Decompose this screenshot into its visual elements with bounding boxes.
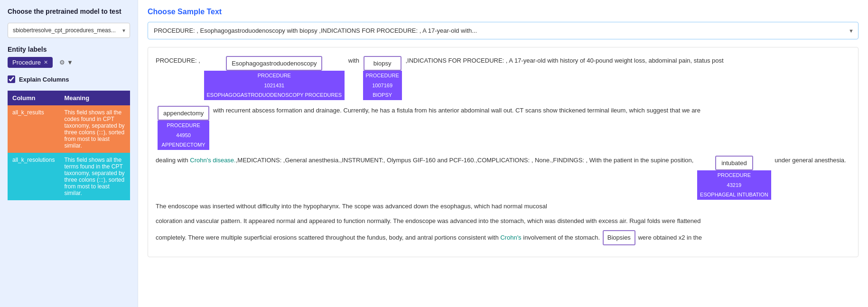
- entity-biopsy-type: PROCEDURE: [363, 71, 402, 81]
- row2-column: all_k_resolutions: [8, 153, 59, 200]
- explain-columns-checkbox[interactable]: [8, 75, 15, 83]
- left-panel: Choose the pretrained model to test sbio…: [0, 0, 138, 307]
- gear-icon: ⚙: [59, 59, 65, 66]
- text-line5-suffix: were obtained x2 in the: [638, 234, 701, 241]
- entity-intubated-text: intubated: [715, 156, 753, 170]
- ner-line-5: completely. There were multiple superfic…: [156, 230, 850, 245]
- entity-labels-title: Entity labels: [8, 46, 130, 53]
- entity-esophago-code: 1021431: [204, 81, 345, 91]
- text-suffix1: ,INDICATIONS FOR PROCEDURE: , A 17-year-…: [405, 57, 723, 64]
- entity-appendectomy-type: PROCEDURE: [158, 121, 209, 130]
- entity-esophago-text: Esophagogastroduodenoscopy: [226, 56, 322, 71]
- table-row: all_k_resolutions This field shows all t…: [8, 153, 130, 200]
- ner-line-3: dealing with Crohn's disease.,MEDICATION…: [156, 155, 850, 212]
- text-line5-prefix: completely. There were multiple superfic…: [156, 234, 602, 241]
- explain-columns-section: Explain Columns: [8, 75, 130, 83]
- entity-appendectomy-text: appendectomy: [158, 106, 209, 121]
- entity-esophago: Esophagogastroduodenoscopy PROCEDURE 102…: [204, 56, 345, 100]
- entity-esophago-resolution: ESOPHAGOGASTRODUODENOSCOPY PROCEDURES: [204, 90, 345, 100]
- entity-appendectomy-resolution: APPENDECTOMY: [158, 140, 209, 150]
- entity-tag-label: Procedure: [12, 59, 41, 66]
- text-suffix2: with recurrent abscess formation and dra…: [213, 107, 700, 114]
- entity-intubated-resolution: ESOPHAGEAL INTUBATION: [697, 190, 771, 200]
- entity-intubated: intubated PROCEDURE 43219 ESOPHAGEAL INT…: [697, 156, 771, 200]
- col-header-column: Column: [8, 91, 59, 105]
- row2-meaning: This field shows all the terms found in …: [59, 153, 130, 200]
- settings-dropdown-icon: ▼: [67, 59, 73, 66]
- right-panel-title: Choose Sample Text: [148, 8, 859, 16]
- text-procedure-prefix: PROCEDURE: ,: [156, 57, 202, 64]
- entity-intubated-code: 43219: [697, 180, 771, 190]
- entity-tag-procedure: Procedure ✕: [8, 57, 53, 68]
- entity-biopsy-text: biopsy: [364, 56, 401, 71]
- model-select-title: Choose the pretrained model to test: [8, 8, 130, 15]
- row1-meaning: This field shows all the codes found in …: [59, 105, 130, 153]
- entity-intubated-type: PROCEDURE: [697, 170, 771, 180]
- entity-labels-section: Entity labels Procedure ✕ ⚙ ▼: [8, 46, 130, 68]
- table-row: all_k_results This field shows all the c…: [8, 105, 130, 153]
- text-line3: dealing with Crohn's disease.,MEDICATION…: [156, 157, 695, 164]
- row1-column: all_k_results: [8, 105, 59, 153]
- ner-line-2: appendectomy PROCEDURE 44950 APPENDECTOM…: [156, 105, 850, 151]
- entity-appendectomy: appendectomy PROCEDURE 44950 APPENDECTOM…: [158, 106, 209, 150]
- ner-content: PROCEDURE: , Esophagogastroduodenoscopy …: [148, 47, 859, 257]
- entity-settings-icon[interactable]: ⚙ ▼: [59, 59, 73, 66]
- entity-tag-close-icon[interactable]: ✕: [44, 59, 48, 65]
- entity-biopsies-text: Biopsies: [603, 230, 635, 245]
- ner-line-4: coloration and vascular pattern. It appe…: [156, 215, 850, 226]
- explain-columns-label: Explain Columns: [19, 76, 69, 83]
- ner-line-1: PROCEDURE: , Esophagogastroduodenoscopy …: [156, 55, 850, 101]
- right-panel: Choose Sample Text PROCEDURE: , Esophago…: [138, 0, 868, 307]
- model-select-wrapper: sbiobertresolve_cpt_procedures_meas... ▼: [8, 23, 130, 38]
- entity-biopsy-code: 1007169: [363, 81, 402, 91]
- entity-biopsy: biopsy PROCEDURE 1007169 BIOPSY: [363, 56, 402, 100]
- model-select[interactable]: sbiobertresolve_cpt_procedures_meas...: [8, 23, 130, 38]
- entity-appendectomy-code: 44950: [158, 130, 209, 140]
- columns-table: Column Meaning all_k_results This field …: [8, 91, 130, 200]
- col-header-meaning: Meaning: [59, 91, 130, 105]
- entity-esophago-type: PROCEDURE: [204, 71, 345, 81]
- text-line4: coloration and vascular pattern. It appe…: [156, 217, 701, 224]
- sample-text-select-wrapper: PROCEDURE: , Esophagogastroduodenoscopy …: [148, 22, 859, 39]
- text-with: with: [348, 57, 361, 64]
- entity-biopsy-resolution: BIOPSY: [363, 90, 402, 100]
- sample-text-select[interactable]: PROCEDURE: , Esophagogastroduodenoscopy …: [148, 22, 859, 39]
